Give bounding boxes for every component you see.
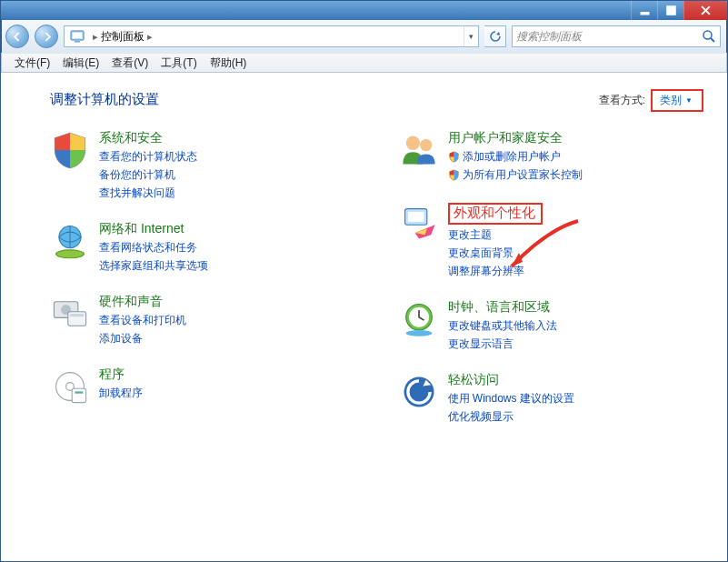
- sublink-label: 添加或删除用户帐户: [463, 148, 561, 165]
- category-sublink[interactable]: 查找并解决问题: [99, 185, 197, 201]
- search-icon: [702, 29, 716, 44]
- menu-tools[interactable]: 工具(T): [155, 54, 202, 73]
- category-sublink[interactable]: 卸载程序: [99, 385, 143, 401]
- category-sublink[interactable]: 查看您的计算机状态: [99, 148, 197, 165]
- category-sublink[interactable]: 更改桌面背景: [448, 245, 543, 261]
- category-sublink[interactable]: 查看设备和打印机: [99, 312, 186, 328]
- shield-icon: [448, 169, 460, 181]
- category-heading[interactable]: 外观和个性化: [448, 203, 543, 225]
- search-placeholder: 搜索控制面板: [516, 29, 702, 45]
- search-box[interactable]: 搜索控制面板: [512, 25, 721, 47]
- window-titlebar: [0, 0, 728, 20]
- sublink-label: 更改桌面背景: [448, 245, 514, 261]
- control-panel-icon: [68, 29, 86, 44]
- svg-point-5: [703, 31, 712, 39]
- category-heading[interactable]: 轻松访问: [448, 372, 574, 388]
- category-icon: [50, 221, 90, 261]
- chevron-down-icon: ▼: [685, 96, 693, 105]
- category-icon: [50, 130, 90, 170]
- breadcrumb-sep[interactable]: ▸: [90, 31, 101, 43]
- forward-button[interactable]: [35, 25, 58, 48]
- category-sublink[interactable]: 添加设备: [99, 330, 186, 346]
- category-heading[interactable]: 系统和安全: [99, 130, 197, 146]
- view-by: 查看方式: 类别 ▼: [599, 89, 703, 112]
- menu-view[interactable]: 查看(V): [106, 54, 154, 73]
- category-l-1: 网络和 Internet查看网络状态和任务选择家庭组和共享选项: [50, 221, 354, 274]
- sublink-label: 使用 Windows 建议的设置: [448, 390, 574, 406]
- category-sublink[interactable]: 更改键盘或其他输入法: [448, 317, 557, 334]
- svg-line-6: [711, 38, 714, 42]
- category-sublink[interactable]: 查看网络状态和任务: [99, 239, 208, 256]
- category-heading[interactable]: 用户帐户和家庭安全: [448, 130, 583, 146]
- category-icon: [50, 294, 90, 334]
- shield-icon: [448, 151, 460, 163]
- category-heading[interactable]: 硬件和声音: [99, 294, 186, 310]
- back-button[interactable]: [5, 25, 29, 48]
- breadcrumb-current[interactable]: 控制面板: [101, 29, 145, 45]
- sublink-label: 查看您的计算机状态: [99, 148, 197, 165]
- sublink-label: 选择家庭组和共享选项: [99, 257, 208, 274]
- minimize-button[interactable]: [631, 1, 657, 20]
- category-sublink[interactable]: 优化视频显示: [448, 408, 574, 425]
- category-r-0: 用户帐户和家庭安全添加或删除用户帐户为所有用户设置家长控制: [399, 130, 703, 183]
- address-dropdown[interactable]: ▾: [464, 26, 478, 46]
- svg-rect-4: [75, 41, 80, 43]
- content-area: 调整计算机的设置 查看方式: 类别 ▼ 系统和安全查看您的计算机状态备份您的计算…: [1, 73, 727, 425]
- category-sublink[interactable]: 更改显示语言: [448, 336, 557, 352]
- category-l-3: 程序卸载程序: [50, 366, 354, 406]
- svg-rect-1: [667, 6, 675, 15]
- category-sublink[interactable]: 使用 Windows 建议的设置: [448, 390, 574, 406]
- category-icon: [399, 130, 439, 170]
- category-icon: [399, 299, 439, 339]
- category-icon: [50, 366, 90, 406]
- category-sublink[interactable]: 调整屏幕分辨率: [448, 263, 543, 279]
- sublink-label: 卸载程序: [99, 385, 143, 401]
- view-by-value: 类别: [660, 93, 682, 108]
- category-sublink[interactable]: 添加或删除用户帐户: [448, 148, 583, 165]
- menu-edit[interactable]: 编辑(E): [57, 54, 105, 73]
- category-icon: [399, 203, 439, 243]
- sublink-label: 查看设备和打印机: [99, 312, 186, 328]
- category-sublink[interactable]: 选择家庭组和共享选项: [99, 257, 208, 274]
- maximize-button[interactable]: [657, 1, 683, 20]
- sublink-label: 查看网络状态和任务: [99, 239, 197, 256]
- breadcrumb-sep[interactable]: ▸: [145, 31, 155, 43]
- category-sublink[interactable]: 更改主题: [448, 226, 543, 243]
- sublink-label: 添加设备: [99, 330, 143, 346]
- view-by-dropdown[interactable]: 类别 ▼: [651, 89, 703, 112]
- category-l-2: 硬件和声音查看设备和打印机添加设备: [50, 294, 354, 346]
- menu-help[interactable]: 帮助(H): [204, 54, 253, 73]
- category-l-0: 系统和安全查看您的计算机状态备份您的计算机查找并解决问题: [50, 130, 354, 201]
- sublink-label: 更改显示语言: [448, 336, 514, 352]
- sublink-label: 调整屏幕分辨率: [448, 263, 524, 279]
- sublink-label: 优化视频显示: [448, 408, 514, 425]
- svg-rect-0: [641, 13, 649, 15]
- navigation-bar: ▸ 控制面板 ▸ ▾ 搜索控制面板: [1, 20, 727, 53]
- category-sublink[interactable]: 为所有用户设置家长控制: [448, 166, 583, 183]
- category-heading[interactable]: 网络和 Internet: [99, 221, 208, 237]
- refresh-button[interactable]: [484, 25, 506, 47]
- category-r-2: 时钟、语言和区域更改键盘或其他输入法更改显示语言: [399, 299, 703, 352]
- category-icon: [399, 372, 439, 412]
- address-bar[interactable]: ▸ 控制面板 ▸ ▾: [64, 25, 479, 47]
- category-r-3: 轻松访问使用 Windows 建议的设置优化视频显示: [399, 372, 703, 425]
- sublink-label: 备份您的计算机: [99, 166, 175, 183]
- close-button[interactable]: [683, 1, 727, 20]
- category-sublink[interactable]: 备份您的计算机: [99, 166, 197, 183]
- sublink-label: 为所有用户设置家长控制: [463, 166, 583, 183]
- sublink-label: 更改主题: [448, 226, 492, 243]
- sublink-label: 查找并解决问题: [99, 185, 175, 201]
- category-heading[interactable]: 时钟、语言和区域: [448, 299, 557, 316]
- category-r-1: 外观和个性化更改主题更改桌面背景调整屏幕分辨率: [399, 203, 703, 279]
- category-heading[interactable]: 程序: [99, 366, 143, 383]
- sublink-label: 更改键盘或其他输入法: [448, 317, 557, 334]
- svg-rect-3: [73, 33, 82, 38]
- view-by-label: 查看方式:: [599, 93, 645, 108]
- menu-bar: 文件(F) 编辑(E) 查看(V) 工具(T) 帮助(H): [1, 53, 727, 73]
- menu-file[interactable]: 文件(F): [9, 54, 55, 73]
